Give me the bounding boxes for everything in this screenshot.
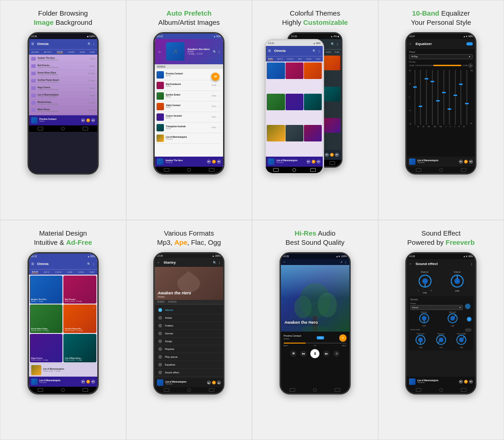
song-item: Epsilon Endari Starley 02:52 ⋮ (157, 91, 221, 102)
drawer-item-artists[interactable]: Artists (155, 314, 223, 322)
drawer-item-soundeffect[interactable]: Sound effect (155, 369, 223, 377)
folder-item: Hugo Guerra /storage/em.ulated/0/Sample … (30, 85, 96, 92)
cell-title-material: Material Design Intuitive & Ad-Free (34, 229, 92, 248)
drawer-item-playqueue[interactable]: Play queue (155, 353, 223, 361)
repeat-button[interactable]: ↺ (333, 350, 340, 357)
song-list: Proxima Centauri Starley 03:27 ⋮ Roji Ke… (155, 69, 223, 157)
phone-light-theme: 14:16 ▲ 98% ☰ Omnia 🔍 ⋮ ALBU ARTIS FOLDR… (264, 39, 324, 175)
phone-formats: 14:34 ▲ 180% ← Starley 🔍 ⋮ (153, 252, 224, 395)
drawer-item-songs[interactable]: Songs (155, 338, 223, 345)
phone-bottom-nav (155, 167, 223, 173)
tab-bar: ALBUMS ARTISTS FOLDE GENRE SONG PLAY (29, 49, 97, 55)
song-item: Triangulum Australe Starley 02:57 ⋮ (157, 123, 221, 133)
play-pause-button[interactable]: ⏸ (310, 349, 319, 358)
folder-item: Bad Dreams /storage/em.ulated/0/Sample 4… (30, 63, 96, 70)
eq-toggle[interactable] (466, 42, 473, 45)
cell-title-formats: Various Formats Mp3, Ape, Flac, Ogg (157, 229, 221, 248)
stereo-width-knob[interactable] (456, 335, 466, 345)
cell-themes: Colorful Themes Highly Customizable 14:2… (252, 0, 378, 220)
balance-knob[interactable] (418, 274, 432, 288)
folder-item: Monika Evans /storage/em.ulated/0/Sample… (30, 100, 96, 107)
cell-title-themes: Colorful Themes Highly Customizable (282, 9, 348, 28)
shuffle-fab[interactable]: ⇄ (211, 73, 219, 81)
progress-bar (284, 343, 347, 344)
svg-point-2 (294, 296, 312, 318)
drawer-item-genres[interactable]: Genres (155, 330, 223, 338)
folder-item: Dorias Mono Playa /storage/em.ulated/0/S… (30, 70, 96, 78)
damping-knob[interactable] (436, 335, 446, 345)
cell-title-hires: Hi-Res Audio Best Sound Quality (286, 229, 344, 248)
cell-title-folder: Folder Browsing Image Background (34, 9, 92, 28)
now-playing-bar: Awaken The Hero Theodorie ⏮ ⏸ ⏭ (155, 157, 223, 167)
phone-folder: 14:36 ■ 100% ☰ Omnia 🔍 ⋮ ALBUMS ARTISTS (28, 32, 99, 175)
shuffle-button[interactable]: ⇄ (290, 350, 297, 357)
drawer-item-albums[interactable]: Albums (155, 306, 223, 314)
drawer-menu: Albums Artists Folders Genres (155, 305, 223, 378)
song-item: Coarcs Versatici Starley 03:27 ⋮ (157, 112, 221, 123)
song-item: Alpha Centauri Starley 02:15 ⋮ (157, 102, 221, 112)
folder-item: Gorillaz Plastic Beach /storage/em.ulate… (30, 78, 96, 85)
svg-point-19 (418, 338, 423, 342)
room-size-knob[interactable] (415, 335, 426, 345)
cell-title-prefetch: Auto Prefetch Album/Artist Images (158, 9, 220, 28)
cell-folder-browsing: Folder Browsing Image Background 14:36 ■… (0, 0, 126, 220)
cell-auto-prefetch: Auto Prefetch Album/Artist Images 14:15 … (126, 0, 252, 220)
drawer-item-playlists[interactable]: Playlists (155, 345, 223, 353)
phone-player: 14:35 ▲▼ 100% ← ↗ ⋮ (280, 252, 351, 395)
status-bar: 14:36 ■ 100% (29, 34, 97, 39)
cell-title-soundeffect: Sound Effect Powered by Freeverb (407, 229, 475, 248)
phone-songs: 14:15 ▲ 92% ← 🎵 Awaken the Hero Starley … (153, 32, 224, 175)
cell-formats: Various Formats Mp3, Ape, Flac, Ogg 14:3… (126, 220, 252, 440)
album-header: ← 🎵 Awaken the Hero Starley 7 songs · ∅ … (155, 39, 223, 64)
folder-item: List of Mammalogists /storage/em.ulated/… (30, 92, 96, 100)
cell-equalizer: 10-Band Equalizer Your Personal Style 14… (378, 0, 504, 220)
cell-material: Material Design Intuitive & Ad-Free 14:1… (0, 220, 126, 440)
prev-button[interactable]: ⏮ (300, 350, 307, 357)
app-bar: ☰ Omnia 🔍 ⋮ (29, 39, 97, 49)
svg-point-10 (454, 278, 460, 284)
svg-point-7 (422, 278, 428, 284)
drawer-item-equalizer[interactable]: Equalizer (155, 361, 223, 369)
drawer-item-folders[interactable]: Folders (155, 322, 223, 330)
svg-point-13 (422, 316, 426, 321)
formats-album-header: Awaken the Hero Starley (155, 267, 223, 299)
phone-equalizer: 14:27 ▲▼ 98% ← Equalizer Preset Hi-Pop ▼… (405, 32, 476, 175)
volume-knob[interactable] (450, 274, 464, 288)
phone-soundeffect: 14:29 ▲▼ 99% ← Sound effect ⋮ Balance (405, 252, 476, 395)
dry-level-knob[interactable] (419, 313, 429, 323)
theme-phones-container: 14:29 ▲ 4% ■ ☰ Omnia 🔍 ⋮ AL.BL ARTIS FOL… (264, 32, 365, 175)
cell-title-eq: 10-Band Equalizer Your Personal Style (411, 9, 471, 28)
album-art: 🎵 (166, 42, 185, 61)
phone-bottom-nav (29, 125, 97, 132)
player-album-art: Awaken the Hero (281, 265, 349, 332)
main-grid: Folder Browsing Image Background 14:36 ■… (0, 0, 504, 440)
song-item: Roji Kembauris Starley 05:43 ⋮ (157, 80, 221, 91)
folder-item: Awaken The Hero /storage/em.ulated/0/Sam… (30, 56, 96, 63)
phone-material: 14:15 ▲ 92% ☰ Omnia 🔍 ⋮ ALBUM ARTIS FOLD… (28, 252, 99, 395)
cell-soundeffect: Sound Effect Powered by Freeverb 14:29 ▲… (378, 220, 504, 440)
song-item: List of Mammalogists Theodorie (157, 133, 221, 144)
cell-hires: Hi-Res Audio Best Sound Quality 14:35 ▲▼… (252, 220, 378, 440)
next-button[interactable]: ⏭ (323, 350, 330, 357)
folder-item: Mosh Above /storage/em.ulated/0/Sample 1… (30, 107, 96, 114)
phone-screen-folder: 14:36 ■ 100% ☰ Omnia 🔍 ⋮ ALBUMS ARTISTS (29, 34, 97, 173)
wet-level-knob[interactable] (448, 313, 458, 323)
now-playing-bar: Proxima Centauri Starley ⏮ ⏸ ⏭ (29, 115, 97, 125)
svg-point-5 (302, 326, 328, 332)
